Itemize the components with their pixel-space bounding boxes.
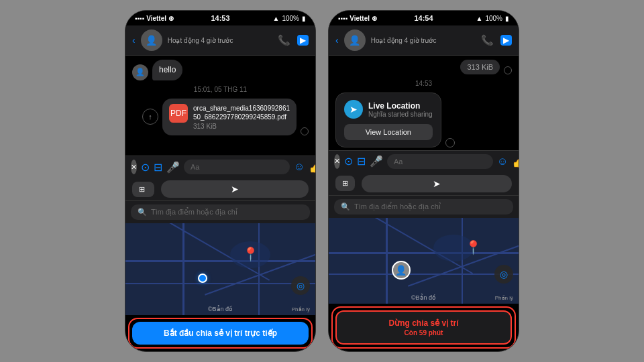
search-input-1[interactable]: 🔍 Tìm địa điểm hoặc địa chỉ <box>131 204 310 220</box>
avatar-1: 👤 <box>141 29 162 51</box>
camera-icon-2[interactable]: ⊙ <box>344 155 353 168</box>
start-sharing-btn[interactable]: Bắt đầu chia sẻ vị trí trực tiếp <box>132 322 309 345</box>
map-bg-2: 👤 📍 ◎ ©Bản đồ Phần lý <box>329 218 519 304</box>
current-location-btn-1[interactable]: ◎ <box>291 276 310 295</box>
mic-icon-1[interactable]: 🎤 <box>166 161 180 174</box>
mic-icon-2[interactable]: 🎤 <box>370 155 383 168</box>
back-button-1[interactable]: ‹ <box>132 35 136 46</box>
msg-row-hello: 👤 hello <box>132 60 309 80</box>
view-location-btn[interactable]: View Location <box>344 124 433 140</box>
pdf-icon-1: PDF <box>169 104 188 123</box>
share-arrow-icon: ↑ <box>148 113 152 121</box>
send-btn-2[interactable]: ➤ <box>362 175 512 192</box>
time-1: 14:53 <box>211 14 229 22</box>
location-icon-2: ▲ <box>476 15 483 22</box>
road-h1-1 <box>125 260 315 262</box>
battery-label-2: 100% <box>485 15 502 22</box>
video-icon-1[interactable]: ▶ <box>297 35 309 46</box>
road-h2-2 <box>329 274 519 275</box>
search-icon-1: 🔍 <box>138 208 147 217</box>
map-area-1: 📍 ◎ ©Bản đồ Phần lý <box>125 223 315 315</box>
msg-status-dot-1 <box>301 127 309 135</box>
video-add-icon-2: ⊞ <box>342 179 348 188</box>
gallery-icon-1[interactable]: ⊟ <box>154 161 162 174</box>
send-btn-1[interactable]: ➤ <box>161 180 309 198</box>
media-bar-1: ⊞ ➤ <box>125 178 315 200</box>
location-header-2: ➤ Live Location Nghĩa started sharing <box>344 100 433 119</box>
location-text-2: Live Location Nghĩa started sharing <box>368 101 433 118</box>
file-size-bubble-2: 313 KiB <box>460 60 500 74</box>
video-add-icon-1: ⊞ <box>139 185 145 194</box>
sender-avatar-1: 👤 <box>132 64 148 80</box>
wifi-icon: ⊛ <box>168 15 174 22</box>
map-area-2: 👤 📍 ◎ ©Bản đồ Phần lý <box>329 218 519 304</box>
phone-icon-2[interactable]: 📞 <box>481 34 494 46</box>
emoji-icon-2[interactable]: ☺ <box>497 156 508 168</box>
map-avatar-2: 👤 <box>392 261 411 280</box>
close-icon-2[interactable]: ✕ <box>334 154 340 169</box>
header-info-2: Hoạt động 4 giờ trước <box>371 37 476 44</box>
location-icon: ▲ <box>273 15 280 22</box>
header-actions-2[interactable]: 📞 ▶ <box>481 34 512 46</box>
signal-bars-icon-2: ▪▪▪▪ <box>338 15 347 22</box>
bubble-hello: hello <box>152 60 182 80</box>
add-video-btn-2[interactable]: ⊞ <box>335 176 355 191</box>
msg-row-file: ↑ PDF orca_share_media1636099286150_6862… <box>132 99 309 135</box>
share-icon-1[interactable]: ↑ <box>142 109 158 125</box>
map-label-2: ©Bản đồ <box>411 294 436 301</box>
carrier-label-1: Viettel <box>146 15 166 22</box>
battery-label-1: 100% <box>282 15 299 22</box>
file-size-1: 313 KiB <box>193 123 290 130</box>
like-icon-1[interactable]: 👍 <box>309 160 316 174</box>
road-v1-2 <box>386 218 388 304</box>
current-location-btn-2[interactable]: ◎ <box>494 265 513 284</box>
avatar-2: 👤 <box>344 29 366 51</box>
emoji-icon-1[interactable]: ☺ <box>294 161 305 173</box>
gallery-icon-2[interactable]: ⊟ <box>357 155 366 168</box>
add-video-btn-1[interactable]: ⊞ <box>132 182 154 197</box>
header-info-1: Hoạt động 4 giờ trước <box>168 37 272 44</box>
timestamp-2: 14:53 <box>335 80 512 87</box>
input-bar-2: ✕ ⊙ ⊟ 🎤 ☺ 👍 <box>329 150 519 172</box>
phone-2: ▪▪▪▪ Viettel ⊛ 14:54 ▲ 100% ▮ ‹ 👤 Hoạt đ… <box>328 10 519 352</box>
message-input-2[interactable] <box>387 154 493 169</box>
map-label-right-1: Phần lý <box>292 306 310 312</box>
battery-icon-1: ▮ <box>302 15 306 22</box>
live-location-title: Live Location <box>368 101 433 111</box>
search-bar-2: 🔍 Tìm địa điểm hoặc địa chỉ <box>329 195 519 218</box>
road-h2-1 <box>125 283 315 284</box>
telegram-icon-2: ➤ <box>344 100 363 119</box>
input-bar-1: ✕ ⊙ ⊟ 🎤 ☺ 👍 <box>125 156 315 178</box>
msg-row-location: ➤ Live Location Nghĩa started sharing Vi… <box>335 93 512 147</box>
live-location-sub: Nghĩa started sharing <box>368 111 433 118</box>
search-input-2[interactable]: 🔍 Tìm địa điểm hoặc địa chỉ <box>334 199 513 215</box>
stop-sharing-btn[interactable]: Dừng chia sẻ vị trí Còn 59 phút <box>335 310 512 345</box>
search-icon-2: 🔍 <box>341 202 350 211</box>
timestamp-1: 15:01, 05 THG 11 <box>132 86 309 93</box>
header-actions-1[interactable]: 📞 ▶ <box>278 34 309 46</box>
location-bubble-2: ➤ Live Location Nghĩa started sharing Vi… <box>335 93 441 147</box>
msg-status-dot-2 <box>504 66 512 74</box>
status-right-1: ▲ 100% ▮ <box>273 15 306 22</box>
search-placeholder-1: Tìm địa điểm hoặc địa chỉ <box>151 208 237 217</box>
activity-status-2: Hoạt động 4 giờ trước <box>371 37 476 44</box>
camera-icon-1[interactable]: ⊙ <box>141 161 150 174</box>
stop-sharing-label: Dừng chia sẻ vị trí <box>388 318 458 328</box>
battery-icon-2: ▮ <box>505 15 509 22</box>
road-v2-1 <box>258 223 260 315</box>
send-arrow-icon-1: ➤ <box>231 184 239 194</box>
road-v1-1 <box>182 223 184 315</box>
signal-bars-icon: ▪▪▪▪ <box>135 15 144 22</box>
message-input-1[interactable] <box>184 160 290 174</box>
phone-icon-1[interactable]: 📞 <box>278 34 290 46</box>
stop-sharing-sub: Còn 59 phút <box>343 329 504 337</box>
video-icon-2[interactable]: ▶ <box>500 35 512 46</box>
back-button-2[interactable]: ‹ <box>335 35 339 46</box>
time-2: 14:54 <box>414 14 433 22</box>
close-icon-1[interactable]: ✕ <box>131 160 137 174</box>
chat-scroll-1: 👤 hello 15:01, 05 THG 11 ↑ PDF orca_shar… <box>125 56 315 156</box>
location-pin-1: 📍 <box>242 246 259 262</box>
location-dot-1 <box>198 274 207 283</box>
activity-status-1: Hoạt động 4 giờ trước <box>168 37 272 44</box>
like-icon-2[interactable]: 👍 <box>512 154 519 169</box>
